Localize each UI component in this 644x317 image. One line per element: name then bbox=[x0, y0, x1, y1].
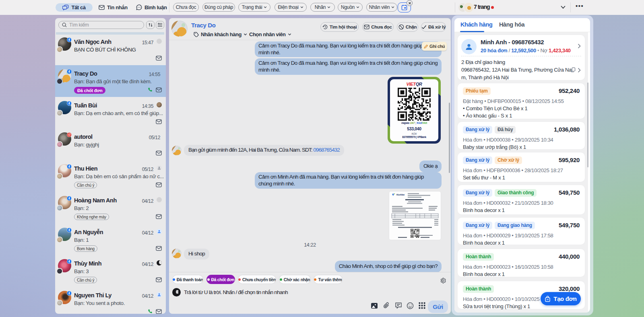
svg-text:KiotViet: KiotViet bbox=[396, 193, 405, 196]
